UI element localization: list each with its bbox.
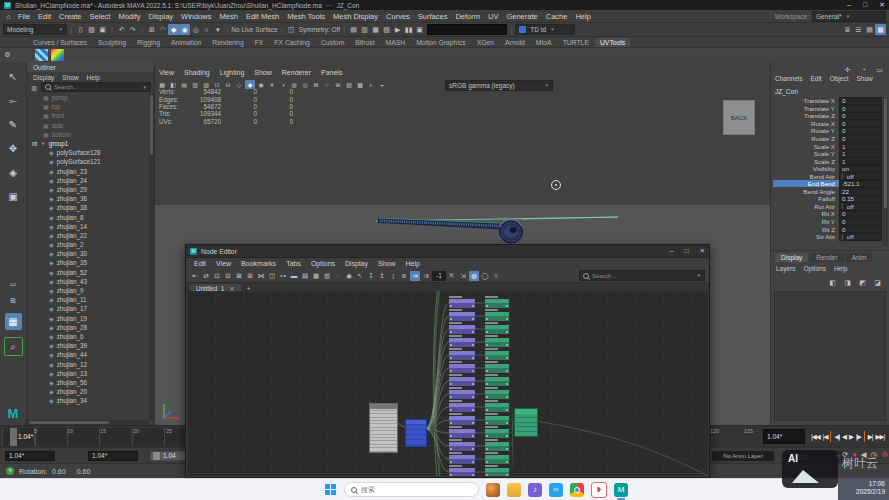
outliner-item-zhujian-8[interactable]: ◈zhujian_8 xyxy=(27,212,149,221)
unit-conversion-node[interactable] xyxy=(449,387,475,399)
outliner-item-zhujian-14[interactable]: ◈zhujian_14 xyxy=(27,222,149,231)
outliner-item-zhujian-13[interactable]: ◈zhujian_13 xyxy=(27,369,149,378)
play-icon[interactable]: ▶ xyxy=(392,24,403,35)
outliner-item-zhujian-35[interactable]: ◈zhujian_35 xyxy=(27,258,149,267)
ne-grid-icon[interactable]: ⌗ xyxy=(491,271,501,281)
menu-uv[interactable]: UV xyxy=(484,12,502,21)
outliner-item-zhujian-28[interactable]: ◈zhujian_28 xyxy=(27,323,149,332)
bend-deformer-node[interactable] xyxy=(485,374,509,386)
channelbox-hyperbolic-icon[interactable]: ▭ xyxy=(874,64,885,75)
maximize-button[interactable]: □ xyxy=(863,1,867,9)
shelf-tab-bifrost[interactable]: Bifrost xyxy=(350,38,379,47)
unit-conversion-node[interactable] xyxy=(449,309,475,321)
unit-conversion-node[interactable] xyxy=(449,465,475,476)
outliner-item-zhujian-38[interactable]: ◈zhujian_38 xyxy=(27,203,149,212)
workspace-dropdown[interactable]: General*▼ xyxy=(812,11,886,22)
layer-list[interactable] xyxy=(774,291,886,421)
outliner-item-zhujian-30[interactable]: ◈zhujian_30 xyxy=(27,249,149,258)
ne-layout-icon[interactable]: ⊛ xyxy=(399,271,409,281)
outliner-tab[interactable]: Outliner xyxy=(27,62,154,72)
shelf-tab-fx[interactable]: FX xyxy=(250,38,269,47)
outliner-menu-show[interactable]: Show xyxy=(62,74,78,81)
taskbar-app-fox-icon[interactable] xyxy=(486,483,500,497)
ne-search-icon[interactable]: ◌ xyxy=(333,271,343,281)
step-back-frame-button[interactable]: |◀ xyxy=(822,433,829,441)
ne-graph-up-icon[interactable]: ⊟ xyxy=(223,271,233,281)
node-editor-canvas[interactable] xyxy=(187,291,708,476)
outliner-item-zhujian-36[interactable]: ◈zhujian_36 xyxy=(27,194,149,203)
ne-graph-down-icon[interactable]: ⊠ xyxy=(234,271,244,281)
menu-mesh-tools[interactable]: Mesh Tools xyxy=(283,12,329,21)
shelf-tab-uvtools[interactable]: UVTools xyxy=(595,38,630,47)
node-editor-menu-tabs[interactable]: Tabs xyxy=(282,260,305,267)
scale-tool[interactable]: ▣ xyxy=(5,188,22,205)
symmetry-label[interactable]: Symmetry: Off xyxy=(299,26,340,33)
snap-point-icon[interactable]: ◆ xyxy=(168,24,179,35)
unit-conversion-node[interactable] xyxy=(449,426,475,438)
layer-tab-render[interactable]: Render xyxy=(810,253,843,262)
outliner-item-zhujian-2[interactable]: ◈zhujian_2 xyxy=(27,240,149,249)
bend-deformer-node[interactable] xyxy=(485,387,509,399)
layer-menu-options[interactable]: Options xyxy=(804,265,826,272)
ne-collapse-icon[interactable]: ⇲ xyxy=(458,271,468,281)
channel-box-menu-show[interactable]: Show xyxy=(856,75,872,82)
outliner-filter-icon[interactable]: ▥ xyxy=(30,83,38,91)
ne-connected-view-icon[interactable]: ▤ xyxy=(300,271,310,281)
ne-full-view-icon[interactable]: ▦ xyxy=(311,271,321,281)
outliner-item-zhujian-11[interactable]: ◈zhujian_11 xyxy=(27,295,149,304)
shelf-tab-mash[interactable]: MASH xyxy=(381,38,411,47)
node-editor-menu-edit[interactable]: Edit xyxy=(190,260,210,267)
empty-layer-icon[interactable]: ◩ xyxy=(857,277,868,288)
pause-icon[interactable]: ▮▮ xyxy=(403,24,414,35)
viewport-menu-lighting[interactable]: Lighting xyxy=(220,69,245,76)
channelbox-speed-icon[interactable]: ◔ xyxy=(858,64,869,75)
viewport-menu-renderer[interactable]: Renderer xyxy=(282,69,311,76)
file-explorer-icon[interactable] xyxy=(507,483,521,497)
outliner-item-zhujian-56[interactable]: ◈zhujian_56 xyxy=(27,378,149,387)
outliner-vertical-scrollbar[interactable] xyxy=(149,93,154,420)
node-editor-minimize-button[interactable]: – xyxy=(670,247,674,255)
ne-traversal-depth-field[interactable]: -1 xyxy=(432,271,446,281)
outliner-item-polysurface121[interactable]: ◈polySurface121 xyxy=(27,157,149,166)
construction-history-icon[interactable]: ▤ xyxy=(348,24,359,35)
live-surface-arrow-icon[interactable]: ▾ xyxy=(212,24,223,35)
shelf-tab-custom[interactable]: Custom xyxy=(316,38,349,47)
menu-generate[interactable]: Generate xyxy=(502,12,541,21)
attribute-editor-toggle-icon[interactable]: ▤ xyxy=(864,24,875,35)
layer-tab-anim[interactable]: Anim xyxy=(846,253,873,262)
ne-filter-icon[interactable]: ⊶ xyxy=(278,271,288,281)
outliner-item-zhujian-20[interactable]: ◈zhujian_20 xyxy=(27,387,149,396)
transform-node[interactable] xyxy=(369,403,398,453)
unit-conversion-node[interactable] xyxy=(449,413,475,425)
outliner-item-top[interactable]: ▦top xyxy=(27,102,149,111)
rotate-tool[interactable]: ◈ xyxy=(5,164,22,181)
move-layer-down-icon[interactable]: ◨ xyxy=(842,277,853,288)
new-scene-icon[interactable]: ▯ xyxy=(75,24,86,35)
zoom-region-button[interactable]: ⌕ xyxy=(4,337,23,356)
menu-mesh[interactable]: Mesh xyxy=(216,12,242,21)
vscode-icon[interactable]: ‹› xyxy=(549,483,563,497)
menu-modify[interactable]: Modify xyxy=(114,12,144,21)
outliner-item-zhujian-44[interactable]: ◈zhujian_44 xyxy=(27,350,149,359)
menu-cache[interactable]: Cache xyxy=(542,12,572,21)
go-to-start-button[interactable]: |◀◀ xyxy=(810,433,821,441)
outliner-item-zhujian-52[interactable]: ◈zhujian_52 xyxy=(27,268,149,277)
isolate-select-icon[interactable]: ⊞ xyxy=(333,80,343,89)
menu-deform[interactable]: Deform xyxy=(451,12,484,21)
viewport-menu-show[interactable]: Show xyxy=(254,69,272,76)
shelf-tab-curves-surfaces[interactable]: Curves / Surfaces xyxy=(28,38,92,47)
tool-settings-toggle-icon[interactable]: ▦ xyxy=(875,24,886,35)
outliner-item-front[interactable]: ▦front xyxy=(27,111,149,120)
snap-curve-icon[interactable]: ◠ xyxy=(157,24,168,35)
no-live-surface-label[interactable]: No Live Surface xyxy=(231,26,277,33)
node-editor-menu-display[interactable]: Display xyxy=(341,260,372,267)
step-forward-frame-button[interactable]: ▶| xyxy=(867,433,874,441)
expander-icon[interactable]: ⊟ xyxy=(32,140,37,147)
ne-back-icon[interactable]: ⇤ xyxy=(190,271,200,281)
node-editor-menu-view[interactable]: View xyxy=(212,260,235,267)
shelf-tab-rendering[interactable]: Rendering xyxy=(207,38,248,47)
unit-conversion-node[interactable] xyxy=(449,439,475,451)
new-layer-icon[interactable]: ◪ xyxy=(872,277,883,288)
snap-projected-center-icon[interactable]: ◉ xyxy=(179,24,190,35)
render-icon[interactable]: ▥ xyxy=(359,24,370,35)
